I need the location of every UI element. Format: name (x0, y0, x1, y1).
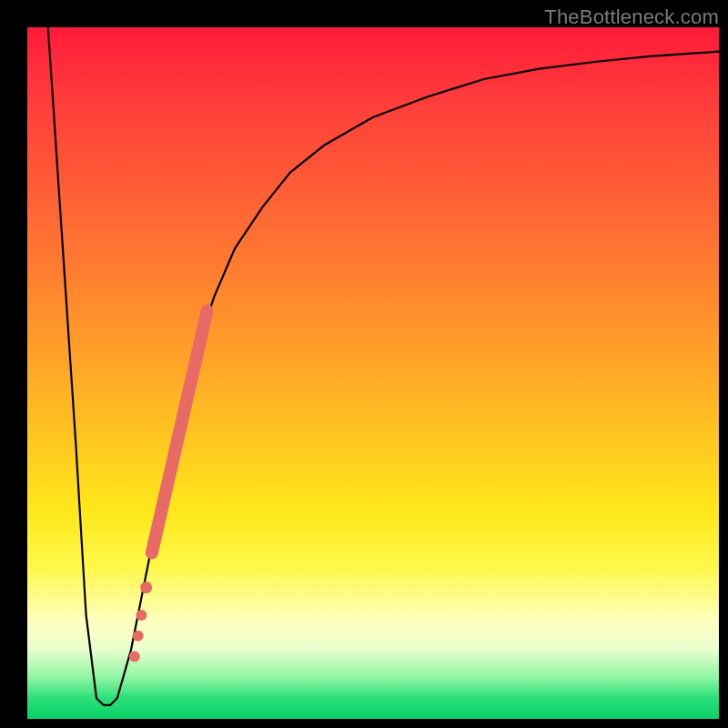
highlight-dot (129, 652, 140, 662)
highlight-dot (133, 631, 144, 642)
highlight-dot (140, 581, 152, 593)
curve-layer (27, 27, 719, 719)
chart-stage: TheBottleneck.com (0, 0, 728, 728)
highlight-dot (136, 610, 147, 621)
bottleneck-curve (48, 27, 719, 705)
watermark-text: TheBottleneck.com (544, 5, 719, 29)
highlight-band (152, 311, 207, 553)
plot-area (27, 27, 719, 719)
